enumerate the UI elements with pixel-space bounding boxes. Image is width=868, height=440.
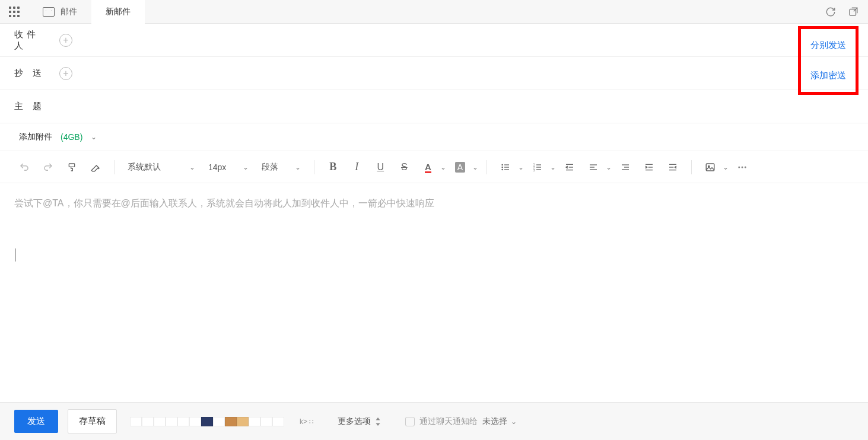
separator: [314, 160, 314, 174]
svg-point-3: [502, 167, 503, 167]
bg-color-icon: A: [455, 162, 465, 173]
chat-notify-select[interactable]: 未选择 ⌄: [482, 416, 517, 427]
signature-swatches[interactable]: [130, 417, 284, 426]
underline-button[interactable]: U: [370, 157, 390, 177]
format-painter-button[interactable]: [62, 157, 82, 177]
align-right-icon: [621, 162, 630, 172]
chevron-down-icon: ⌄: [606, 163, 612, 171]
italic-button[interactable]: I: [346, 157, 367, 177]
color-swatch[interactable]: [166, 417, 177, 426]
refresh-button[interactable]: [825, 7, 836, 17]
list-ol-icon: 123: [533, 162, 542, 172]
chevron-down-icon: ⌄: [295, 163, 301, 171]
indent-decrease-icon: [565, 162, 574, 172]
indent-decrease-button[interactable]: [559, 157, 580, 177]
bg-color-button[interactable]: A⌄: [450, 157, 478, 177]
add-attachment-button[interactable]: 添加附件(4GB) ⌄: [19, 132, 97, 142]
bottom-bar: 发送 存草稿 k> ∷ 更多选项 通过聊天通知给 未选择 ⌄: [0, 402, 868, 440]
color-swatch[interactable]: [142, 417, 154, 426]
color-swatch[interactable]: [154, 417, 166, 426]
align-button[interactable]: ⌄: [583, 157, 612, 177]
color-swatch[interactable]: [237, 417, 249, 426]
editor-body[interactable]: 尝试下@TA，你只需要在@后面输入联系人，系统就会自动将此人加到收件人中，一箭必…: [0, 183, 868, 361]
bold-button[interactable]: B: [323, 157, 343, 177]
format-painter-icon: [67, 162, 77, 172]
popout-button[interactable]: [848, 7, 859, 17]
svg-point-2: [502, 164, 503, 165]
separator: [114, 160, 115, 174]
to-label: 收件人: [14, 29, 50, 52]
undo-button[interactable]: [14, 157, 34, 177]
apps-grid-icon: [9, 7, 20, 17]
chevron-down-icon: ⌄: [723, 163, 729, 171]
redo-button[interactable]: [38, 157, 58, 177]
save-draft-button[interactable]: 存草稿: [68, 409, 117, 433]
apps-menu-button[interactable]: [0, 0, 28, 24]
chevron-down-icon: ⌄: [91, 133, 97, 141]
shortcut-hint: k> ∷: [300, 417, 314, 426]
popout-icon: [848, 7, 859, 17]
paragraph-value: 段落: [262, 162, 278, 173]
font-size-value: 14px: [208, 162, 226, 172]
subject-label: 主 题: [14, 101, 50, 112]
paragraph-select[interactable]: 段落⌄: [257, 158, 306, 176]
strikethrough-button[interactable]: S: [394, 157, 414, 177]
more-options-button[interactable]: 更多选项: [338, 416, 381, 427]
color-swatch[interactable]: [177, 417, 189, 426]
svg-rect-29: [707, 164, 715, 171]
undo-icon: [19, 162, 30, 173]
font-family-value: 系统默认: [128, 162, 161, 173]
chevron-down-icon: ⌄: [243, 163, 249, 171]
svg-point-31: [739, 166, 740, 168]
font-size-select[interactable]: 14px⌄: [204, 158, 253, 176]
chat-notify-value: 未选择: [482, 416, 507, 427]
tab-compose-label: 新邮件: [106, 7, 131, 17]
more-options-label: 更多选项: [338, 416, 371, 427]
color-swatch[interactable]: [272, 417, 284, 426]
chevron-down-icon: ⌄: [440, 163, 446, 171]
chat-notify-checkbox[interactable]: [405, 417, 415, 426]
indent-icon: [668, 162, 678, 172]
editor-toolbar: 系统默认⌄ 14px⌄ 段落⌄ B I U S A⌄ A⌄ ⌄ 123⌄ ⌄ ⌄: [0, 151, 868, 183]
font-family-select[interactable]: 系统默认⌄: [123, 158, 200, 176]
send-separately-link[interactable]: 分别发送: [802, 30, 854, 60]
attachment-label: 添加附件: [19, 132, 52, 142]
color-swatch[interactable]: [225, 417, 237, 426]
svg-point-4: [502, 169, 503, 170]
redo-icon: [43, 162, 53, 173]
send-button[interactable]: 发送: [14, 410, 58, 433]
color-swatch[interactable]: [201, 417, 213, 426]
svg-point-32: [742, 166, 743, 168]
to-field-row: 收件人 +: [0, 24, 868, 57]
color-swatch[interactable]: [130, 417, 142, 426]
svg-point-33: [745, 166, 746, 168]
color-swatch[interactable]: [213, 417, 225, 426]
chevron-down-icon: ⌄: [511, 417, 517, 426]
svg-rect-1: [69, 164, 74, 167]
image-button[interactable]: ⌄: [700, 157, 729, 177]
color-swatch[interactable]: [249, 417, 260, 426]
add-cc-button[interactable]: +: [59, 67, 72, 80]
separator: [691, 160, 692, 174]
outdent-button[interactable]: [639, 157, 659, 177]
ordered-list-button[interactable]: 123⌄: [527, 157, 556, 177]
align-right-button[interactable]: [615, 157, 635, 177]
clear-format-button[interactable]: [85, 157, 106, 177]
more-button[interactable]: [732, 157, 752, 177]
font-color-button[interactable]: A⌄: [418, 157, 446, 177]
add-bcc-link[interactable]: 添加密送: [802, 60, 854, 91]
font-color-icon: A: [425, 162, 431, 172]
unordered-list-button[interactable]: ⌄: [495, 157, 524, 177]
tab-mail[interactable]: 邮件: [28, 0, 91, 24]
color-swatch[interactable]: [260, 417, 272, 426]
more-icon: [737, 162, 748, 173]
color-swatch[interactable]: [189, 417, 201, 426]
text-cursor: [15, 248, 15, 262]
top-bar: 邮件 新邮件: [0, 0, 868, 24]
add-recipient-button[interactable]: +: [59, 34, 72, 47]
align-left-icon: [589, 162, 598, 172]
tab-compose[interactable]: 新邮件: [91, 0, 145, 24]
tab-mail-label: 邮件: [61, 7, 77, 17]
chevron-down-icon: ⌄: [189, 163, 195, 171]
indent-button[interactable]: [663, 157, 683, 177]
